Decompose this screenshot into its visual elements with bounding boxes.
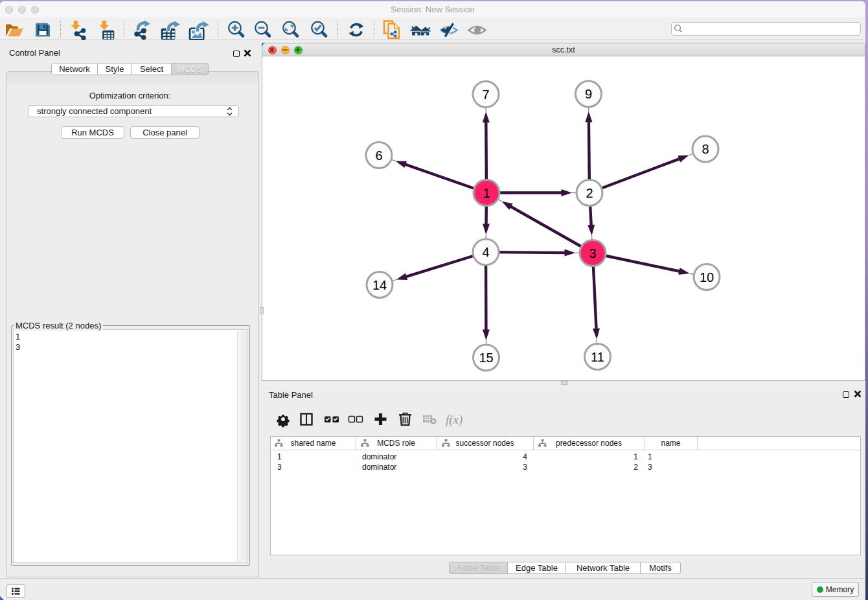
svg-text:10: 10 [700, 270, 714, 284]
svg-text:8: 8 [702, 142, 709, 156]
svg-text:6: 6 [375, 148, 382, 163]
svg-text:2: 2 [586, 186, 593, 200]
svg-text:1: 1 [483, 186, 490, 200]
svg-text:11: 11 [591, 350, 604, 364]
svg-text:f(x): f(x) [446, 413, 463, 427]
svg-text:15: 15 [479, 351, 493, 365]
svg-text:7: 7 [482, 87, 489, 102]
svg-text:4: 4 [482, 245, 489, 259]
svg-text:3: 3 [589, 246, 596, 260]
svg-text:14: 14 [372, 278, 387, 292]
svg-text:9: 9 [585, 87, 592, 101]
